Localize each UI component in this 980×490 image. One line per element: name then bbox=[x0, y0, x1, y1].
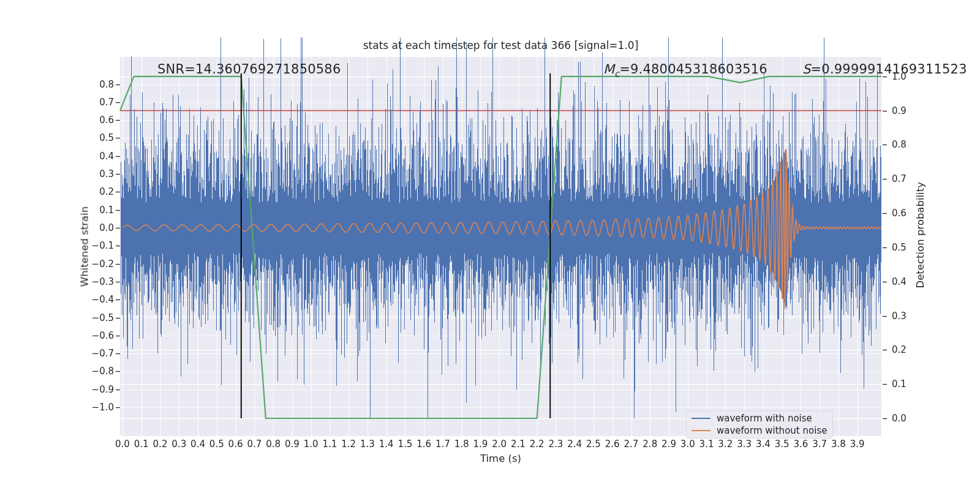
y-right-tick-label: 0.5 bbox=[892, 242, 916, 253]
y-left-tick-label: 0.5 bbox=[86, 132, 114, 143]
chart-title: stats at each timestep for test data 366… bbox=[120, 39, 881, 51]
y-left-tick-label: 0.8 bbox=[86, 79, 114, 90]
y-left-tick-label: −0.5 bbox=[86, 312, 114, 323]
y-right-tick-label: 0.8 bbox=[892, 139, 916, 150]
x-tick-label: 3.9 bbox=[846, 439, 869, 450]
figure: stats at each timestep for test data 366… bbox=[0, 0, 980, 490]
y-right-tick-label: 0.6 bbox=[892, 208, 916, 219]
annotation-score-value: =0.9999914169311523 bbox=[811, 62, 967, 77]
legend-label-signal: waveform without noise bbox=[717, 425, 827, 436]
y-left-tick-label: 0.1 bbox=[86, 205, 114, 216]
annotation-chirp-mass-value: =9.480045318603516 bbox=[619, 62, 767, 77]
y-left-tick-label: 0.4 bbox=[86, 151, 114, 162]
legend-item-signal: waveform without noise bbox=[687, 424, 832, 437]
y-right-tick-label: 0.1 bbox=[892, 379, 916, 390]
y-left-tick-label: 0.0 bbox=[86, 222, 114, 233]
y-left-tick-label: −0.6 bbox=[86, 330, 114, 341]
y-right-tick-label: 0.4 bbox=[892, 276, 916, 287]
annotation-score-prefix: S bbox=[802, 62, 811, 77]
legend-swatch-noise bbox=[692, 418, 710, 419]
legend: waveform with noise waveform without noi… bbox=[686, 410, 833, 439]
y-right-tick-label: 0.0 bbox=[892, 413, 916, 424]
y-right-tick-label: 0.7 bbox=[892, 173, 916, 184]
y-left-tick-label: 0.3 bbox=[86, 168, 114, 179]
annotation-chirp-mass: Mc=9.480045318603516 bbox=[603, 62, 767, 78]
y-right-tick-label: 0.2 bbox=[892, 344, 916, 355]
y-left-tick-label: −0.8 bbox=[86, 366, 114, 377]
y-right-tick-label: 0.3 bbox=[892, 311, 916, 322]
annotation-score: S=0.9999914169311523 bbox=[802, 62, 967, 77]
y-left-tick-label: −0.4 bbox=[86, 294, 114, 305]
y-left-tick-label: −0.9 bbox=[86, 384, 114, 395]
y-left-tick-label: −0.1 bbox=[86, 240, 114, 251]
y-left-tick-label: −1.0 bbox=[86, 402, 114, 413]
y-axis-label-right: Detection probability bbox=[914, 190, 926, 288]
y-right-tick-label: 1.0 bbox=[892, 71, 916, 82]
y-left-tick-label: 0.6 bbox=[86, 115, 114, 126]
legend-label-noise: waveform with noise bbox=[717, 413, 812, 424]
x-axis-label: Time (s) bbox=[120, 453, 881, 464]
y-right-tick-label: 0.9 bbox=[892, 105, 916, 116]
y-left-tick-label: 0.7 bbox=[86, 97, 114, 108]
annotation-snr-prefix: SNR bbox=[157, 62, 184, 77]
y-left-tick-label: −0.3 bbox=[86, 276, 114, 287]
legend-item-noise: waveform with noise bbox=[687, 412, 832, 424]
annotation-chirp-mass-prefix: M bbox=[603, 62, 614, 77]
y-left-tick-label: −0.7 bbox=[86, 348, 114, 359]
annotation-snr: SNR=14.360769271850586 bbox=[157, 62, 341, 77]
y-left-tick-label: −0.2 bbox=[86, 258, 114, 270]
annotation-snr-value: =14.360769271850586 bbox=[184, 62, 341, 77]
y-left-tick-label: 0.2 bbox=[86, 186, 114, 197]
legend-swatch-signal bbox=[692, 430, 710, 431]
